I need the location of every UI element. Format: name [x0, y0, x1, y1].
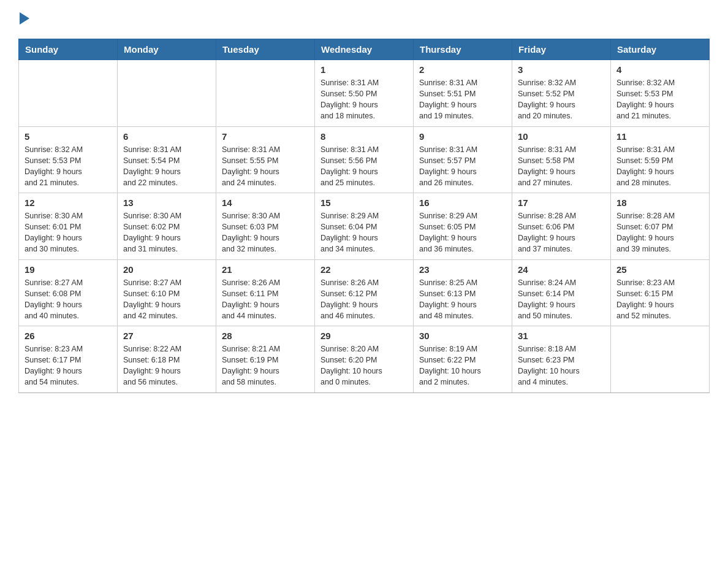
calendar-cell-w2-d5: 9Sunrise: 8:31 AM Sunset: 5:57 PM Daylig…: [414, 126, 512, 193]
day-number: 24: [518, 264, 605, 275]
day-number: 4: [616, 64, 703, 75]
day-number: 23: [419, 264, 506, 275]
calendar-week-3: 12Sunrise: 8:30 AM Sunset: 6:01 PM Dayli…: [19, 193, 710, 260]
day-info: Sunrise: 8:31 AM Sunset: 5:54 PM Dayligh…: [123, 144, 210, 189]
day-number: 30: [419, 331, 506, 341]
day-info: Sunrise: 8:29 AM Sunset: 6:04 PM Dayligh…: [320, 210, 408, 255]
weekday-header-thursday: Thursday: [414, 39, 512, 60]
calendar-cell-w5-d7: [611, 326, 710, 393]
calendar-cell-w1-d7: 4Sunrise: 8:32 AM Sunset: 5:53 PM Daylig…: [611, 60, 710, 127]
logo: [18, 12, 29, 29]
day-number: 2: [419, 64, 506, 75]
day-info: Sunrise: 8:32 AM Sunset: 5:52 PM Dayligh…: [518, 77, 605, 122]
calendar-cell-w5-d6: 31Sunrise: 8:18 AM Sunset: 6:23 PM Dayli…: [512, 326, 611, 393]
day-number: 8: [320, 131, 408, 142]
calendar-cell-w4-d4: 22Sunrise: 8:26 AM Sunset: 6:12 PM Dayli…: [315, 259, 414, 326]
day-number: 31: [518, 331, 605, 341]
weekday-header-sunday: Sunday: [19, 39, 118, 60]
day-info: Sunrise: 8:31 AM Sunset: 5:51 PM Dayligh…: [419, 77, 506, 122]
day-info: Sunrise: 8:23 AM Sunset: 6:15 PM Dayligh…: [616, 277, 703, 322]
day-info: Sunrise: 8:19 AM Sunset: 6:22 PM Dayligh…: [419, 343, 506, 388]
calendar-header: SundayMondayTuesdayWednesdayThursdayFrid…: [19, 39, 710, 60]
calendar-cell-w5-d3: 28Sunrise: 8:21 AM Sunset: 6:19 PM Dayli…: [216, 326, 315, 393]
day-number: 13: [123, 197, 210, 208]
calendar-cell-w2-d3: 7Sunrise: 8:31 AM Sunset: 5:55 PM Daylig…: [216, 126, 315, 193]
calendar-week-2: 5Sunrise: 8:32 AM Sunset: 5:53 PM Daylig…: [19, 126, 710, 193]
calendar-cell-w1-d6: 3Sunrise: 8:32 AM Sunset: 5:52 PM Daylig…: [512, 60, 611, 127]
day-number: 1: [320, 64, 408, 75]
day-number: 22: [320, 264, 408, 275]
day-info: Sunrise: 8:23 AM Sunset: 6:17 PM Dayligh…: [25, 343, 112, 388]
weekday-header-monday: Monday: [118, 39, 216, 60]
day-number: 6: [123, 131, 210, 142]
calendar-cell-w4-d2: 20Sunrise: 8:27 AM Sunset: 6:10 PM Dayli…: [118, 259, 216, 326]
day-number: 27: [123, 331, 210, 341]
day-number: 26: [25, 331, 112, 341]
calendar-cell-w1-d3: [216, 60, 315, 127]
day-info: Sunrise: 8:22 AM Sunset: 6:18 PM Dayligh…: [123, 343, 210, 388]
day-number: 19: [25, 264, 112, 275]
calendar-body: 1Sunrise: 8:31 AM Sunset: 5:50 PM Daylig…: [19, 60, 710, 393]
calendar-cell-w2-d2: 6Sunrise: 8:31 AM Sunset: 5:54 PM Daylig…: [118, 126, 216, 193]
weekday-header-saturday: Saturday: [611, 39, 710, 60]
weekday-header-friday: Friday: [512, 39, 611, 60]
day-number: 20: [123, 264, 210, 275]
calendar-cell-w4-d7: 25Sunrise: 8:23 AM Sunset: 6:15 PM Dayli…: [611, 259, 710, 326]
day-number: 29: [320, 331, 408, 341]
calendar-week-5: 26Sunrise: 8:23 AM Sunset: 6:17 PM Dayli…: [19, 326, 710, 393]
day-info: Sunrise: 8:27 AM Sunset: 6:10 PM Dayligh…: [123, 277, 210, 322]
day-number: 11: [616, 131, 703, 142]
day-info: Sunrise: 8:30 AM Sunset: 6:01 PM Dayligh…: [25, 210, 112, 255]
day-info: Sunrise: 8:25 AM Sunset: 6:13 PM Dayligh…: [419, 277, 506, 322]
calendar-cell-w3-d3: 14Sunrise: 8:30 AM Sunset: 6:03 PM Dayli…: [216, 193, 315, 260]
day-number: 16: [419, 197, 506, 208]
calendar-cell-w3-d1: 12Sunrise: 8:30 AM Sunset: 6:01 PM Dayli…: [19, 193, 118, 260]
day-number: 25: [616, 264, 703, 275]
day-info: Sunrise: 8:31 AM Sunset: 5:57 PM Dayligh…: [419, 144, 506, 189]
calendar-week-4: 19Sunrise: 8:27 AM Sunset: 6:08 PM Dayli…: [19, 259, 710, 326]
day-number: 9: [419, 131, 506, 142]
calendar-cell-w3-d4: 15Sunrise: 8:29 AM Sunset: 6:04 PM Dayli…: [315, 193, 414, 260]
day-info: Sunrise: 8:28 AM Sunset: 6:07 PM Dayligh…: [616, 210, 703, 255]
calendar-cell-w3-d7: 18Sunrise: 8:28 AM Sunset: 6:07 PM Dayli…: [611, 193, 710, 260]
calendar-cell-w3-d2: 13Sunrise: 8:30 AM Sunset: 6:02 PM Dayli…: [118, 193, 216, 260]
day-info: Sunrise: 8:32 AM Sunset: 5:53 PM Dayligh…: [616, 77, 703, 122]
calendar-cell-w3-d5: 16Sunrise: 8:29 AM Sunset: 6:05 PM Dayli…: [414, 193, 512, 260]
day-info: Sunrise: 8:31 AM Sunset: 5:55 PM Dayligh…: [222, 144, 309, 189]
day-info: Sunrise: 8:26 AM Sunset: 6:12 PM Dayligh…: [320, 277, 408, 322]
day-number: 10: [518, 131, 605, 142]
calendar-cell-w1-d4: 1Sunrise: 8:31 AM Sunset: 5:50 PM Daylig…: [315, 60, 414, 127]
day-number: 12: [25, 197, 112, 208]
calendar-cell-w4-d5: 23Sunrise: 8:25 AM Sunset: 6:13 PM Dayli…: [414, 259, 512, 326]
logo-block: [18, 12, 29, 29]
calendar-cell-w5-d2: 27Sunrise: 8:22 AM Sunset: 6:18 PM Dayli…: [118, 326, 216, 393]
day-info: Sunrise: 8:21 AM Sunset: 6:19 PM Dayligh…: [222, 343, 309, 388]
day-info: Sunrise: 8:32 AM Sunset: 5:53 PM Dayligh…: [25, 144, 112, 189]
day-number: 18: [616, 197, 703, 208]
calendar-cell-w2-d6: 10Sunrise: 8:31 AM Sunset: 5:58 PM Dayli…: [512, 126, 611, 193]
day-number: 15: [320, 197, 408, 208]
day-number: 3: [518, 64, 605, 75]
day-info: Sunrise: 8:31 AM Sunset: 5:58 PM Dayligh…: [518, 144, 605, 189]
day-number: 14: [222, 197, 309, 208]
day-number: 28: [222, 331, 309, 341]
day-info: Sunrise: 8:30 AM Sunset: 6:03 PM Dayligh…: [222, 210, 309, 255]
calendar-cell-w5-d4: 29Sunrise: 8:20 AM Sunset: 6:20 PM Dayli…: [315, 326, 414, 393]
calendar-cell-w1-d1: [19, 60, 118, 127]
day-number: 5: [25, 131, 112, 142]
calendar-week-1: 1Sunrise: 8:31 AM Sunset: 5:50 PM Daylig…: [19, 60, 710, 127]
calendar-cell-w4-d6: 24Sunrise: 8:24 AM Sunset: 6:14 PM Dayli…: [512, 259, 611, 326]
day-number: 7: [222, 131, 309, 142]
calendar-cell-w2-d1: 5Sunrise: 8:32 AM Sunset: 5:53 PM Daylig…: [19, 126, 118, 193]
day-info: Sunrise: 8:24 AM Sunset: 6:14 PM Dayligh…: [518, 277, 605, 322]
day-info: Sunrise: 8:30 AM Sunset: 6:02 PM Dayligh…: [123, 210, 210, 255]
day-number: 21: [222, 264, 309, 275]
day-number: 17: [518, 197, 605, 208]
weekday-header-tuesday: Tuesday: [216, 39, 315, 60]
calendar-cell-w4-d3: 21Sunrise: 8:26 AM Sunset: 6:11 PM Dayli…: [216, 259, 315, 326]
day-info: Sunrise: 8:29 AM Sunset: 6:05 PM Dayligh…: [419, 210, 506, 255]
weekday-header-row: SundayMondayTuesdayWednesdayThursdayFrid…: [19, 39, 710, 60]
calendar-cell-w2-d4: 8Sunrise: 8:31 AM Sunset: 5:56 PM Daylig…: [315, 126, 414, 193]
calendar-cell-w1-d2: [118, 60, 216, 127]
calendar-cell-w5-d5: 30Sunrise: 8:19 AM Sunset: 6:22 PM Dayli…: [414, 326, 512, 393]
